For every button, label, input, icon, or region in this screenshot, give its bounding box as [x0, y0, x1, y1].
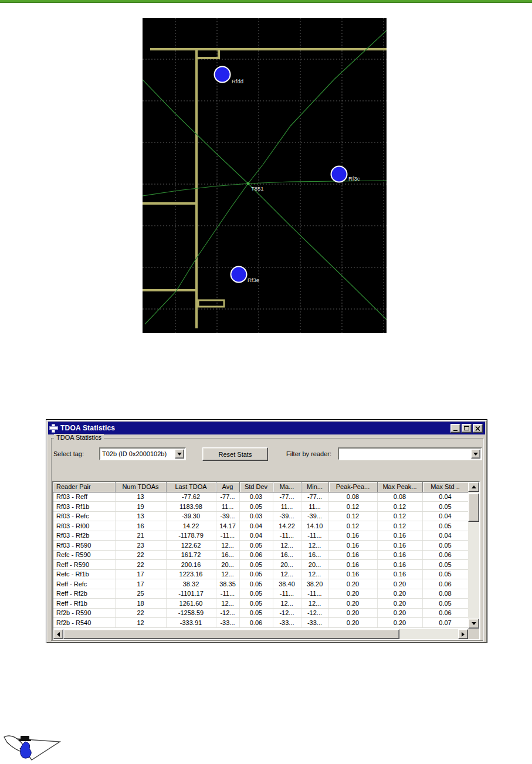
table-cell: 0.12: [377, 521, 422, 531]
reader-marker-rf3c[interactable]: [331, 167, 347, 182]
table-header-row: Reader PairNum TDOAsLast TDOAAvgStd DevM…: [53, 482, 468, 492]
tag-position-marker[interactable]: [247, 182, 250, 185]
table-row[interactable]: Reff - R59022200.1620...0.0520...20...0.…: [53, 560, 468, 570]
horizontal-scroll-thumb[interactable]: [63, 629, 399, 639]
table-cell: -11...: [273, 531, 301, 541]
table-row[interactable]: Reff - Rf2b25-1101.17-11...0.05-11...-11…: [53, 589, 468, 599]
table-cell: 21: [115, 531, 166, 541]
table-cell: -12...: [273, 608, 301, 618]
tdoa-statistics-window: TDOA Statistics TDOA Statistics Select t…: [46, 419, 487, 643]
table-cell: 0.07: [422, 618, 468, 628]
table-cell: 0.05: [422, 560, 468, 570]
table-row[interactable]: Refc - Rf1b171223.1612...0.0512...12...0…: [53, 569, 468, 579]
table-cell: 0.03: [239, 492, 273, 502]
reset-stats-button[interactable]: Reset Stats: [202, 447, 268, 461]
table-cell: 17: [115, 579, 166, 589]
table-row[interactable]: Rf2b - R59022-1258.59-12...0.05-12...-12…: [53, 608, 468, 618]
table-cell: 11...: [301, 502, 328, 512]
table-cell: 0.05: [239, 569, 273, 579]
column-header[interactable]: Peak-Pea...: [328, 482, 377, 492]
scroll-down-button[interactable]: [468, 619, 479, 629]
table-cell: -1101.17: [166, 589, 216, 599]
table-cell: 0.08: [422, 589, 468, 599]
table-cell: 12...: [273, 569, 301, 579]
column-header[interactable]: Max Peak...: [377, 482, 422, 492]
table-row[interactable]: Refc - R59022161.7216...0.0616...16...0.…: [53, 550, 468, 560]
table-row[interactable]: Rf03 - Rf001614.2214.170.0414.2214.100.1…: [53, 521, 468, 531]
select-tag-combobox[interactable]: T02b (ID 0x2000102b): [99, 447, 186, 460]
select-tag-label: Select tag:: [53, 450, 84, 457]
table-cell: 22: [115, 608, 166, 618]
vertical-scrollbar[interactable]: [468, 482, 479, 629]
table-cell: 20...: [301, 560, 328, 570]
table-cell: 0.12: [328, 502, 377, 512]
table-cell: 0.04: [239, 531, 273, 541]
table-cell: -33...: [301, 618, 328, 628]
column-header[interactable]: Min...: [301, 482, 328, 492]
table-row[interactable]: Rf03 - Reff13-77.62-77...0.03-77...-77..…: [53, 492, 468, 502]
chevron-down-icon: [473, 453, 478, 456]
column-header[interactable]: Num TDOAs: [115, 482, 166, 492]
table-cell: -11...: [216, 531, 239, 541]
table-cell: 19: [115, 502, 166, 512]
table-cell: 12...: [273, 541, 301, 551]
table-cell: 0.16: [328, 550, 377, 560]
table-row[interactable]: Rf03 - Refc13-39.30-39...0.03-39...-39..…: [53, 511, 468, 521]
table-cell: 16...: [301, 550, 328, 560]
column-header[interactable]: Last TDOA: [166, 482, 216, 492]
scroll-up-button[interactable]: [468, 482, 479, 492]
column-header[interactable]: Std Dev: [239, 482, 273, 492]
reader-label: Rfdd: [232, 78, 243, 84]
table-cell: 0.20: [377, 579, 422, 589]
table-cell: -39...: [216, 511, 239, 521]
tag-label: T851: [251, 185, 264, 192]
table-cell: 1261.60: [166, 599, 216, 609]
table-row[interactable]: Rf2b - R54012-333.91-33...0.06-33...-33.…: [53, 618, 468, 628]
table-cell: 0.16: [328, 569, 377, 579]
reader-marker-rf3e[interactable]: [231, 267, 247, 283]
table-row[interactable]: Rf03 - R59023122.6212...0.0512...12...0.…: [53, 541, 468, 551]
scroll-right-button[interactable]: [458, 629, 468, 639]
column-header[interactable]: Max Std ..: [422, 482, 468, 492]
table-cell: 11...: [216, 502, 239, 512]
table-cell: 1183.98: [166, 502, 216, 512]
filter-by-reader-combobox[interactable]: [338, 447, 482, 460]
table-cell: -77.62: [166, 492, 216, 502]
column-header[interactable]: Reader Pair: [53, 482, 115, 492]
table-cell: 0.05: [239, 541, 273, 551]
reader-label: Rf3c: [348, 175, 360, 182]
table-cell: 0.06: [422, 579, 468, 589]
table-row[interactable]: Rf03 - Rf2b21-1178.79-11...0.04-11...-11…: [53, 531, 468, 541]
scroll-left-button[interactable]: [53, 629, 63, 639]
vertical-scroll-thumb[interactable]: [468, 493, 479, 522]
map-canvas: Rfdd Rf3c Rf3e T851: [143, 18, 387, 333]
filter-dropdown-button[interactable]: [471, 449, 480, 459]
select-tag-dropdown-button[interactable]: [175, 449, 184, 459]
table-cell: 13: [115, 511, 166, 521]
table-cell: 0.03: [239, 511, 273, 521]
table-cell: 12...: [216, 541, 239, 551]
reader-label: Rf3e: [248, 277, 259, 283]
reader-marker-rfdd[interactable]: [215, 67, 231, 83]
minimize-button[interactable]: [450, 424, 460, 433]
horizontal-scrollbar[interactable]: [53, 629, 468, 639]
table-cell: 12...: [273, 599, 301, 609]
table-cell: 161.72: [166, 550, 216, 560]
table-row[interactable]: Reff - Rf1b181261.6012...0.0512...12...0…: [53, 599, 468, 609]
table-cell: Reff - Rf1b: [53, 599, 115, 609]
table-cell: 38.40: [273, 579, 301, 589]
table-cell: 38.20: [301, 579, 328, 589]
title-bar[interactable]: TDOA Statistics: [48, 422, 485, 434]
table-row[interactable]: Reff - Refc1738.3238.350.0538.4038.200.2…: [53, 579, 468, 589]
maximize-button[interactable]: [462, 424, 472, 433]
table-cell: 12: [115, 618, 166, 628]
table-cell: 0.04: [422, 511, 468, 521]
table-cell: Reff - R590: [53, 560, 115, 570]
table-cell: 17: [115, 569, 166, 579]
table-cell: -77...: [301, 492, 328, 502]
table-cell: 200.16: [166, 560, 216, 570]
table-row[interactable]: Rf03 - Rf1b191183.9811...0.0511...11...0…: [53, 502, 468, 512]
column-header[interactable]: Avg: [216, 482, 239, 492]
column-header[interactable]: Ma...: [273, 482, 301, 492]
close-button[interactable]: [473, 424, 483, 433]
